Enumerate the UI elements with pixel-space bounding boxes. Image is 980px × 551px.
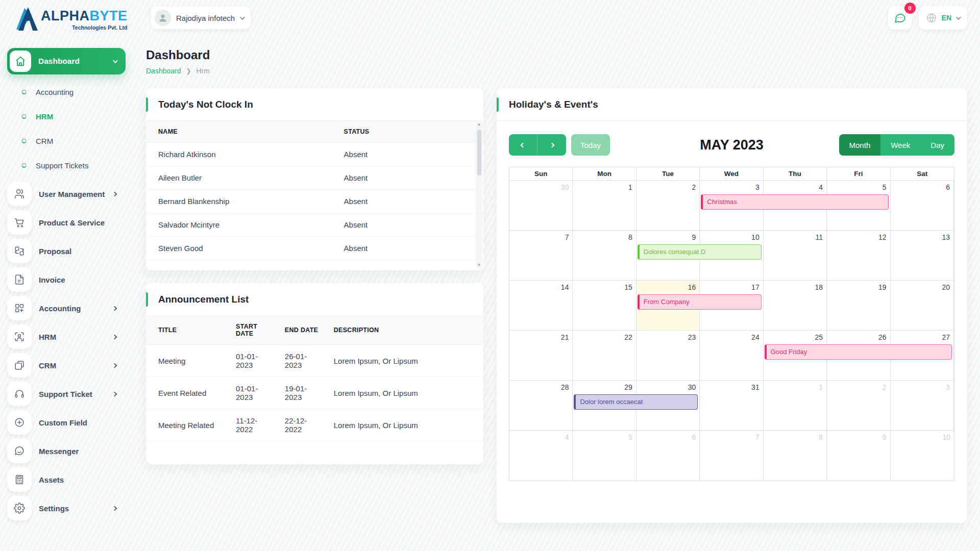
- crm-icon: [7, 353, 32, 378]
- calendar-day-cell[interactable]: 3: [891, 381, 954, 430]
- calendar-day-cell[interactable]: 24: [700, 331, 763, 380]
- calendar-event[interactable]: Good Friday: [765, 344, 952, 360]
- calendar-day-cell[interactable]: 13: [891, 231, 954, 280]
- calendar-week-row: 14151617181920From Company: [509, 281, 954, 331]
- calendar-day-cell[interactable]: 12: [827, 231, 890, 280]
- sidebar-subitem-label: CRM: [36, 137, 53, 145]
- calendar-day-cell[interactable]: 5: [573, 431, 636, 481]
- day-number: 17: [751, 283, 760, 291]
- calendar-day-cell[interactable]: 1: [764, 381, 827, 430]
- calendar-day-cell[interactable]: 14: [509, 281, 573, 330]
- day-number: 2: [692, 183, 696, 191]
- calendar-view-week[interactable]: Week: [880, 134, 920, 156]
- calendar-day-cell[interactable]: 6: [891, 181, 954, 230]
- invoice-icon: [7, 267, 32, 292]
- column-header: END DATE: [273, 319, 322, 341]
- sidebar-item-dashboard[interactable]: Dashboard: [7, 48, 126, 74]
- sidebar-item-crm[interactable]: CRM: [0, 351, 136, 380]
- sidebar-subitem-label: HRM: [36, 112, 53, 121]
- sidebar-item-hrm[interactable]: HRM: [0, 322, 136, 351]
- calendar-view-month[interactable]: Month: [839, 134, 881, 156]
- calendar-day-cell[interactable]: 20: [891, 281, 954, 330]
- sidebar-item-proposal[interactable]: Proposal: [0, 237, 136, 265]
- calendar-day-cell[interactable]: 11: [764, 231, 827, 280]
- calendar-day-cell[interactable]: 7: [509, 231, 573, 280]
- calendar-day-cell[interactable]: 2: [636, 181, 700, 230]
- sidebar-item-assets[interactable]: Assets: [0, 465, 136, 494]
- calendar-day-cell[interactable]: 4: [509, 431, 573, 481]
- table-scrollbar[interactable]: ▲ ▼: [476, 121, 482, 268]
- sidebar: Dashboard AccountingHRMCRMSupport Ticket…: [0, 37, 136, 551]
- calendar-event[interactable]: Christmas: [701, 194, 888, 210]
- workspace-selector[interactable]: Rajodiya infotech: [151, 7, 251, 29]
- calendar-day-cell[interactable]: 21: [509, 331, 573, 380]
- chevron-right-icon: [112, 506, 117, 511]
- calendar-day-cell[interactable]: 8: [764, 431, 827, 481]
- table-cell: Richard Atkinson: [146, 143, 332, 166]
- calendar-event[interactable]: From Company: [638, 294, 762, 310]
- calendar-event[interactable]: Dolor lorem occaecat: [574, 394, 698, 410]
- calendar-day-cell[interactable]: 9: [827, 431, 890, 481]
- calendar-day-cell[interactable]: 10: [891, 431, 954, 481]
- scroll-up-icon[interactable]: ▲: [477, 122, 481, 127]
- calendar-day-cell[interactable]: 28: [509, 381, 573, 430]
- calendar-day-cell[interactable]: 19: [827, 281, 890, 330]
- calendar-day-cell[interactable]: 8: [573, 231, 636, 280]
- sidebar-item-settings[interactable]: Settings: [0, 494, 136, 522]
- calendar-view-day[interactable]: Day: [920, 134, 954, 156]
- main-content: Dashboard Dashboard ❯ Hrm Today's Not Cl…: [146, 37, 980, 523]
- calendar-day-cell[interactable]: 31: [700, 381, 763, 430]
- calendar-week-row: 21222324252627Good Friday: [509, 331, 954, 381]
- calendar-day-cell[interactable]: 15: [573, 281, 636, 330]
- scrollbar-thumb[interactable]: [477, 130, 481, 176]
- calendar-day-cell[interactable]: 1: [573, 181, 636, 230]
- brand-logo-icon: [15, 6, 38, 31]
- calendar-event[interactable]: Dolores consequat D: [638, 244, 762, 260]
- calendar-day-headers: SunMonTueWedThuFriSat: [509, 167, 954, 181]
- calendar-day-cell[interactable]: 23: [636, 331, 700, 380]
- sidebar-item-accounting[interactable]: Accounting: [0, 294, 136, 322]
- table-row: Event Related01-01-202319-01-2023Lorem I…: [146, 377, 483, 409]
- day-number: 26: [878, 333, 887, 341]
- sidebar-subitem-accounting[interactable]: Accounting: [0, 80, 136, 104]
- sidebar-subitem-hrm[interactable]: HRM: [0, 104, 136, 129]
- calendar-day-cell[interactable]: 18: [764, 281, 827, 330]
- chevron-right-icon: [112, 191, 117, 196]
- table-header-row: NAMESTATUS: [146, 121, 483, 143]
- sidebar-item-user-management[interactable]: User Management: [0, 180, 136, 208]
- sidebar-subitem-support-tickets[interactable]: Support Tickets: [0, 153, 136, 178]
- sidebar-subitem-crm[interactable]: CRM: [0, 129, 136, 153]
- breadcrumb-dashboard[interactable]: Dashboard: [146, 67, 181, 75]
- language-selector[interactable]: EN: [919, 6, 967, 30]
- calculator-icon: [7, 467, 32, 492]
- users-icon: [7, 182, 32, 206]
- table-cell: 01-01-2023: [224, 345, 273, 377]
- table-cell: 11-12-2022: [224, 409, 273, 441]
- day-number: 22: [624, 333, 632, 341]
- calendar-card: Holiday's & Event's MAY 2023 Today Month…: [497, 88, 967, 523]
- sidebar-nav: User ManagementProduct & ServiceProposal…: [0, 180, 136, 522]
- brand-logo[interactable]: ALPHABYTE Technologies Pvt. Ltd: [15, 6, 128, 31]
- sidebar-item-messenger[interactable]: Messenger: [0, 437, 136, 465]
- day-number: 9: [692, 233, 696, 241]
- sidebar-item-label: Messenger: [39, 447, 79, 456]
- day-number: 20: [942, 283, 950, 291]
- day-number: 5: [628, 433, 632, 441]
- avatar: [155, 10, 171, 26]
- sidebar-item-custom-field[interactable]: Custom Field: [0, 408, 136, 437]
- day-number: 8: [819, 433, 823, 441]
- calendar-week-row: 78910111213Dolores consequat D: [509, 231, 954, 281]
- sidebar-item-product-service[interactable]: Product & Service: [0, 208, 136, 237]
- bullet-icon: [21, 138, 27, 143]
- messages-button[interactable]: 0: [888, 6, 912, 30]
- scroll-down-icon[interactable]: ▼: [477, 263, 481, 267]
- sidebar-item-support-ticket[interactable]: Support Ticket: [0, 380, 136, 408]
- day-number: 23: [688, 333, 696, 341]
- calendar-day-cell[interactable]: 6: [636, 431, 700, 481]
- sidebar-item-invoice[interactable]: Invoice: [0, 265, 136, 294]
- calendar-day-cell[interactable]: 7: [700, 431, 763, 481]
- calendar-day-cell[interactable]: 30: [509, 181, 573, 230]
- calendar-day-cell[interactable]: 2: [827, 381, 890, 430]
- accounting-icon: [7, 296, 32, 320]
- calendar-day-cell[interactable]: 22: [573, 331, 636, 380]
